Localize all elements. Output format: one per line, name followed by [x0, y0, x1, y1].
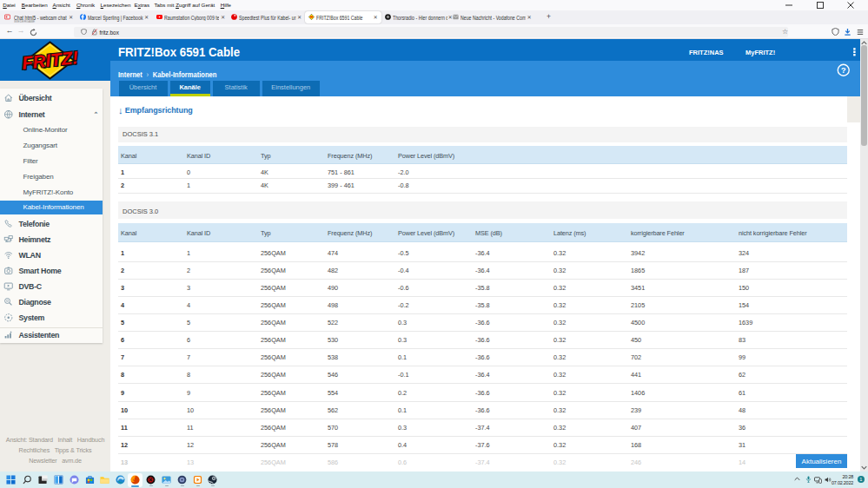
svg-text:?: ?: [840, 66, 845, 75]
